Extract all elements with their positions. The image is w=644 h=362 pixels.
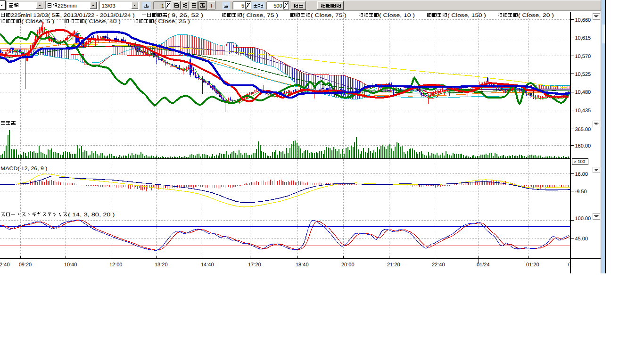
svg-text:( 9, 26, 52 ): ( 9, 26, 52 ) xyxy=(167,13,203,18)
svg-text:500: 500 xyxy=(273,3,282,9)
svg-text:21:20: 21:20 xyxy=(387,262,400,268)
svg-text:16.00: 16.00 xyxy=(575,172,588,177)
svg-text:-9.50: -9.50 xyxy=(575,189,587,195)
svg-text:02:40: 02:40 xyxy=(0,262,10,268)
svg-text:10,660: 10,660 xyxy=(575,17,591,23)
svg-text:225mini 13/03( 5: 225mini 13/03( 5 xyxy=(11,13,55,18)
svg-text:13:20: 13:20 xyxy=(155,262,168,268)
svg-text:0: 0 xyxy=(568,262,571,268)
svg-text:T: T xyxy=(210,3,213,9)
svg-text:10,525: 10,525 xyxy=(575,72,591,77)
svg-text:17:20: 17:20 xyxy=(248,262,261,268)
svg-text:14:40: 14:40 xyxy=(201,262,214,268)
svg-text:10,570: 10,570 xyxy=(575,54,591,59)
svg-text:100.00: 100.00 xyxy=(575,216,591,222)
svg-text:( Close, 75 ): ( Close, 75 ) xyxy=(311,13,347,18)
svg-text:18:40: 18:40 xyxy=(296,262,309,268)
svg-text:10,480: 10,480 xyxy=(575,90,591,95)
svg-text:( Close, 75 ): ( Close, 75 ) xyxy=(242,13,278,18)
svg-text:12:00: 12:00 xyxy=(109,262,123,268)
svg-text:01:20: 01:20 xyxy=(526,262,539,268)
svg-text:MACD( 12, 26, 9 ): MACD( 12, 26, 9 ) xyxy=(0,166,47,172)
svg-text:22:40: 22:40 xyxy=(432,262,445,268)
svg-text:01/24: 01/24 xyxy=(477,262,490,268)
svg-text:20:00: 20:00 xyxy=(341,262,355,268)
svg-text:( Close, 5 ): ( Close, 5 ) xyxy=(21,19,54,25)
svg-text:13/03: 13/03 xyxy=(102,3,116,9)
svg-text:( Close, 10 ): ( Close, 10 ) xyxy=(379,13,415,18)
svg-text:10:40: 10:40 xyxy=(64,262,77,268)
svg-text:160.00: 160.00 xyxy=(575,143,591,149)
svg-text:09:20: 09:20 xyxy=(19,262,32,268)
svg-text:10,435: 10,435 xyxy=(575,108,591,114)
svg-text:1: 1 xyxy=(161,3,164,9)
svg-text:( Close, 25 ): ( Close, 25 ) xyxy=(154,19,190,25)
svg-text:225mini: 225mini xyxy=(58,3,77,9)
svg-text:( 14, 3, 80, 20 ): ( 14, 3, 80, 20 ) xyxy=(68,212,115,218)
svg-text:365.00: 365.00 xyxy=(575,127,591,132)
svg-text:45.00: 45.00 xyxy=(575,236,588,242)
svg-text:× 100: × 100 xyxy=(574,159,585,165)
svg-text:( Close, 20 ): ( Close, 20 ) xyxy=(518,13,554,18)
svg-text:( Close, 40 ): ( Close, 40 ) xyxy=(85,19,121,25)
svg-text:5: 5 xyxy=(241,3,244,9)
svg-text:10,615: 10,615 xyxy=(575,35,591,41)
svg-text:( Close, 150 ): ( Close, 150 ) xyxy=(447,13,486,18)
svg-text:, 2013/01/22 - 2013/01/24 ): , 2013/01/22 - 2013/01/24 ) xyxy=(60,13,135,18)
